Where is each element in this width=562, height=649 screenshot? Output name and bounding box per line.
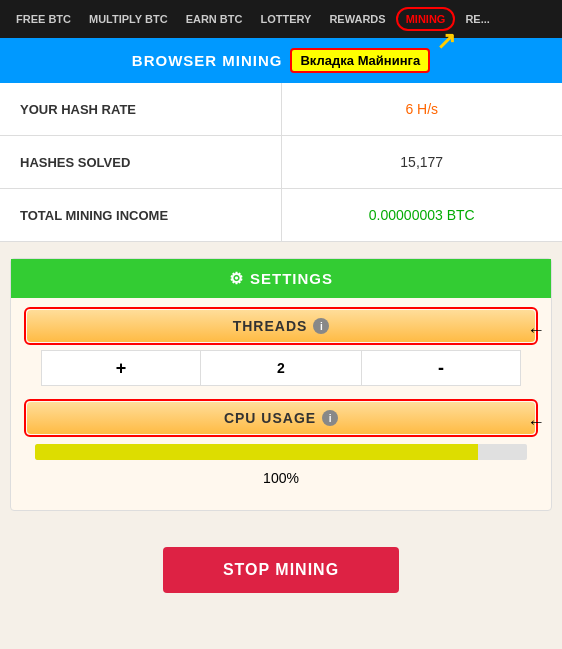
hashes-solved-label: HASHES SOLVED (0, 136, 281, 189)
total-income-value: 0.00000003 BTC (281, 189, 562, 242)
cpu-percentage: 100% (27, 464, 535, 492)
cpu-label: CPU USAGE (224, 410, 316, 426)
cpu-slider-bar[interactable] (35, 444, 527, 460)
settings-header: ⚙ SETTINGS (11, 259, 551, 298)
stop-mining-container: STOP MINING (0, 527, 562, 609)
hashes-solved-value: 15,177 (281, 136, 562, 189)
yellow-arrow-indicator: ↗ (436, 27, 456, 55)
threads-section: THREADS i Количество потоков ← + 2 - (27, 310, 535, 394)
settings-section: ⚙ SETTINGS THREADS i Количество потоков … (10, 258, 552, 511)
threads-plus-button[interactable]: + (41, 350, 201, 386)
total-income-row: TOTAL MINING INCOME 0.00000003 BTC (0, 189, 562, 242)
cpu-slider-fill (35, 444, 478, 460)
hash-rate-value: 6 H/s (281, 83, 562, 136)
settings-title: SETTINGS (250, 270, 333, 287)
cpu-slider-container (27, 434, 535, 464)
hash-rate-row: YOUR HASH RATE 6 H/s (0, 83, 562, 136)
nav-re[interactable]: RE... (457, 7, 497, 31)
cpu-arrow: ← (527, 412, 545, 433)
threads-label: THREADS (233, 318, 308, 334)
hash-rate-label: YOUR HASH RATE (0, 83, 281, 136)
top-navigation: FREE BTC MULTIPLY BTC EARN BTC LOTTERY R… (0, 0, 562, 38)
nav-rewards[interactable]: REWARDS (321, 7, 393, 31)
browser-mining-title: BROWSER MINING (132, 52, 283, 69)
nav-earn-btc[interactable]: EARN BTC (178, 7, 251, 31)
gear-icon: ⚙ (229, 269, 244, 288)
browser-mining-header: BROWSER MINING Вкладка Майнинга (0, 38, 562, 83)
mining-tab-badge: Вкладка Майнинга (290, 48, 430, 73)
threads-controls: + 2 - (27, 342, 535, 394)
nav-free-btc[interactable]: FREE BTC (8, 7, 79, 31)
stats-table: YOUR HASH RATE 6 H/s HASHES SOLVED 15,17… (0, 83, 562, 242)
threads-arrow: ← (527, 320, 545, 341)
hashes-solved-row: HASHES SOLVED 15,177 (0, 136, 562, 189)
cpu-header: CPU USAGE i (27, 402, 535, 434)
nav-lottery[interactable]: LOTTERY (252, 7, 319, 31)
threads-info-icon[interactable]: i (313, 318, 329, 334)
total-income-label: TOTAL MINING INCOME (0, 189, 281, 242)
threads-minus-button[interactable]: - (361, 350, 521, 386)
cpu-section: CPU USAGE i Процент использования памяти… (27, 402, 535, 492)
nav-multiply-btc[interactable]: MULTIPLY BTC (81, 7, 176, 31)
threads-header: THREADS i (27, 310, 535, 342)
threads-value: 2 (201, 350, 361, 386)
cpu-info-icon[interactable]: i (322, 410, 338, 426)
stop-mining-button[interactable]: STOP MINING (163, 547, 399, 593)
